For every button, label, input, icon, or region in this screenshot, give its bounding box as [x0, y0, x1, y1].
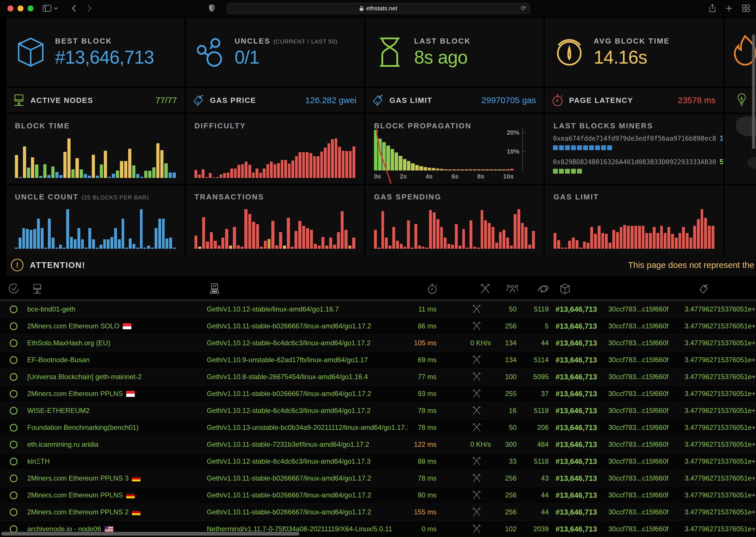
node-pending: 5119: [521, 305, 556, 313]
vertical-scrollbar[interactable]: [752, 34, 755, 149]
node-block-hash: 30ccf783...c15f660f: [604, 474, 670, 482]
node-client: Geth/v1.10.12-stable-6c4dc6c3/linux-amd6…: [203, 339, 408, 347]
country-flag-us: [105, 526, 113, 532]
node-block: #13,646,713: [556, 423, 604, 432]
node-mining: [442, 423, 494, 433]
node-peers: 256: [494, 322, 521, 330]
node-mining: [442, 406, 494, 416]
node-pending: 206: [521, 424, 556, 432]
mining-icon: [472, 423, 481, 433]
node-block: #13,646,713: [556, 457, 604, 466]
x-tick-label: 0s: [374, 173, 381, 180]
node-block: #13,646,713: [556, 440, 604, 449]
page-latency-value: 23578 ms: [678, 96, 716, 105]
horizontal-scrollbar[interactable]: [1, 532, 299, 536]
gas-spending-bars: [374, 209, 535, 249]
node-block-hash: 30ccf783...c15f660f: [604, 424, 670, 432]
node-name: 2Miners.com Ethereum SOLO: [27, 322, 203, 330]
share-icon[interactable]: [709, 4, 716, 12]
node-total-difficulty: 3.477962715376051e+2: [670, 457, 756, 465]
node-table-row: 2Miners.com Ethereum PPLNS Geth/v1.10.11…: [0, 487, 756, 504]
miner-block-square: [565, 169, 570, 174]
back-button[interactable]: [71, 4, 76, 12]
node-mining: [442, 321, 494, 331]
hourglass-icon: [365, 37, 414, 68]
zoom-window-button[interactable]: [27, 5, 33, 12]
node-name: kinΞTH: [27, 457, 203, 465]
chevron-down-icon[interactable]: [54, 7, 58, 10]
node-status-icon: [0, 390, 27, 398]
address-bar[interactable]: ethstats.net ⟳: [227, 3, 530, 14]
node-table-row: WISE-ETHEREUM2 Geth/v1.10.12-stable-6c4d…: [0, 402, 756, 419]
mining-icon: [472, 389, 481, 398]
last-blocks-miners-panel: LAST BLOCKS MINERS 0xea674fdde714fd979de…: [545, 114, 723, 184]
node-mining: [442, 304, 494, 314]
mining-icon: [472, 456, 481, 466]
mining-icon: [472, 406, 481, 416]
miner-block-square: [559, 169, 564, 174]
node-table-row: eth.icanmining.ru aridia Geth/v1.10.11-s…: [0, 436, 756, 453]
node-block-hash: 30ccf783...c15f660f: [604, 525, 670, 533]
node-mining: [442, 474, 494, 483]
dashboard-grid: BEST BLOCK #13,646,713 UNCLES (CURRENT /…: [6, 18, 756, 255]
node-block: #13,646,713: [556, 305, 604, 314]
stat-label: BEST BLOCK: [55, 37, 154, 46]
node-block: #13,646,713: [556, 390, 604, 398]
node-icon: [13, 94, 30, 106]
close-window-button[interactable]: [8, 5, 14, 12]
miner-block-count: 10: [720, 134, 723, 143]
node-table-row: [Universa Blockchain] geth-mainnet-2 Get…: [0, 368, 756, 386]
node-latency: 86 ms: [408, 322, 442, 330]
miner-block-square: [583, 145, 588, 150]
country-flag-de: [132, 509, 141, 515]
stat-label: ACTIVE NODES: [30, 96, 93, 105]
last-block-value: 8s ago: [414, 47, 471, 68]
node-latency: 80 ms: [408, 491, 442, 499]
node-mining: [442, 456, 494, 466]
minimize-window-button[interactable]: [18, 5, 23, 12]
miner-address[interactable]: 0xea674fdde714fd979de3edf0f56aa9716b898e…: [553, 135, 716, 142]
url-text: ethstats.net: [366, 5, 397, 12]
cube-icon: [6, 37, 55, 67]
node-client: Geth/v1.10.11-stable-b0266667/linux-amd6…: [203, 322, 408, 330]
node-peers: 50: [494, 305, 521, 313]
mining-icon: [472, 507, 481, 517]
miner-block-square: [553, 169, 558, 174]
node-block-hash: 30ccf783...c15f660f: [604, 373, 670, 381]
sidebar-toggle-icon[interactable]: [43, 5, 51, 12]
uncles-panel: UNCLES (CURRENT / LAST 50) 0/1: [186, 18, 364, 87]
node-block-hash: 30ccf783...c15f660f: [604, 305, 670, 313]
node-name: Foundation Benchmarking(bench01): [27, 424, 203, 432]
node-block: #13,646,713: [556, 474, 604, 483]
node-name: 2Miners.com Ethereum PPLNS: [27, 491, 203, 499]
page-latency-panel: PAGE LATENCY 23578 ms: [545, 88, 723, 113]
node-pending: 44: [521, 508, 556, 516]
gas-limit-panel: GAS LIMIT 29970705 gas: [365, 88, 544, 113]
privacy-shield-icon[interactable]: [209, 4, 215, 12]
lock-icon: [359, 6, 364, 11]
forward-button[interactable]: [87, 4, 92, 12]
node-client: Geth/v1.10.11-stable-b0266667/linux-amd6…: [203, 491, 408, 499]
gauge-icon: [545, 37, 594, 67]
node-block: #13,646,713: [556, 525, 604, 534]
miner-entry: 0xea674fdde714fd979de3edf0f56aa9716b898e…: [553, 134, 717, 150]
node-mining: [442, 355, 494, 365]
block-time-bars: [15, 139, 176, 178]
x-tick-label: 10s: [503, 173, 514, 180]
node-status-icon: [0, 441, 27, 448]
gas-burnt-panel-partial: [725, 18, 756, 87]
miner-address[interactable]: 0x829BD824B016326A401d083B33D092293333A8…: [553, 158, 716, 166]
tag-icon: [193, 94, 210, 106]
node-block-hash: 30ccf783...c15f660f: [604, 440, 670, 448]
node-pending: 5118: [521, 457, 556, 465]
gas-limit-value: 29970705 gas: [481, 96, 536, 105]
reload-icon[interactable]: ⟳: [521, 5, 526, 12]
gas-price-panel: GAS PRICE 126.282 gwei: [186, 88, 364, 113]
new-tab-icon[interactable]: [726, 5, 733, 12]
stopwatch-icon: [552, 94, 569, 106]
x-tick-label: 2s: [400, 173, 407, 180]
node-pending: 5114: [521, 356, 556, 364]
node-client: Geth/v1.10.12-stable/linux-amd64/go1.16.…: [203, 305, 408, 313]
node-mining: [442, 490, 494, 500]
tab-overview-icon[interactable]: [742, 5, 750, 12]
